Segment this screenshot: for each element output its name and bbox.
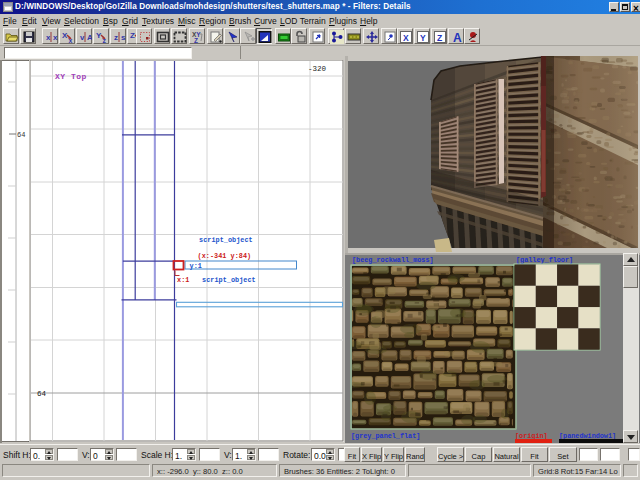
svg-text:s: s bbox=[121, 33, 126, 42]
svg-text:X: X bbox=[403, 33, 409, 43]
svg-text:64: 64 bbox=[17, 131, 25, 139]
svg-text:[beeg_rockwall_moss]: [beeg_rockwall_moss] bbox=[352, 256, 434, 264]
svg-text:script_object: script_object bbox=[199, 236, 253, 244]
svg-text:XY Top: XY Top bbox=[55, 72, 87, 81]
svg-text:Z: Z bbox=[130, 31, 135, 40]
svg-text:Z: Z bbox=[194, 37, 198, 44]
svg-text:[grey_panel_flat]: [grey_panel_flat] bbox=[351, 432, 420, 440]
svg-text:script_object: script_object bbox=[202, 276, 256, 284]
svg-text:y:1: y:1 bbox=[190, 262, 202, 270]
svg-text:x:1: x:1 bbox=[177, 276, 189, 284]
svg-text:x: x bbox=[46, 33, 51, 42]
svg-text:Z: Z bbox=[437, 33, 442, 43]
svg-text:64: 64 bbox=[37, 390, 47, 398]
svg-text:v: v bbox=[80, 33, 85, 42]
svg-text:[galley_floor]: [galley_floor] bbox=[516, 256, 573, 264]
svg-text:A: A bbox=[453, 31, 462, 44]
svg-text:z: z bbox=[114, 33, 118, 42]
svg-text:[panedwindow1]: [panedwindow1] bbox=[559, 432, 616, 440]
svg-text:x: x bbox=[53, 33, 58, 42]
svg-text:(x:-341 y:84): (x:-341 y:84) bbox=[198, 252, 252, 260]
svg-text:x: x bbox=[69, 37, 73, 44]
svg-text:A: A bbox=[87, 33, 92, 42]
svg-text:z: z bbox=[103, 37, 107, 44]
svg-text:Y: Y bbox=[420, 33, 426, 43]
svg-text:[origin]: [origin] bbox=[515, 432, 548, 440]
svg-text:-320: -320 bbox=[308, 65, 327, 73]
